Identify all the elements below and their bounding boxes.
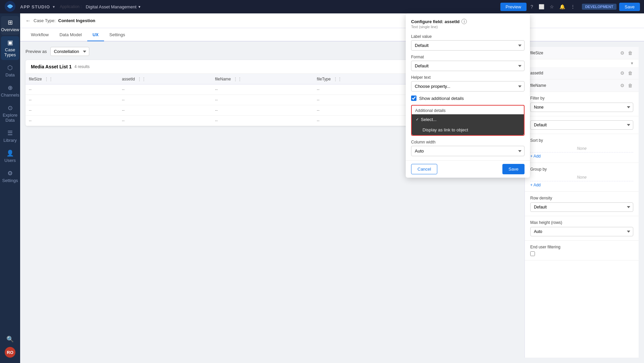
row-density-select[interactable]: Default — [530, 202, 633, 212]
application-link[interactable]: Digital Asset Management ▼ — [86, 4, 141, 9]
row-density-label: Row density — [530, 196, 633, 200]
end-user-filtering-checkbox[interactable] — [530, 251, 535, 256]
window-icon[interactable]: ⬜ — [537, 3, 546, 11]
filter-by-label: Filter by — [530, 96, 633, 101]
sort-by-label: Sort by — [530, 138, 633, 143]
filter-by-select[interactable]: None — [530, 103, 633, 112]
column-width-label: Column width — [411, 140, 525, 144]
settings-icon[interactable]: ☆ — [548, 3, 555, 11]
sidebar-item-label-library: Library — [3, 138, 17, 143]
sidebar-item-settings[interactable]: ⚙ Settings — [1, 167, 19, 186]
sidebar-item-users[interactable]: 👤 Users — [1, 147, 19, 166]
breadcrumb-bar: ← Case Type: Content Ingestion — [20, 13, 644, 28]
add-group-button[interactable]: + Add — [530, 183, 633, 187]
sidebar-item-channels[interactable]: ⊕ Channels — [1, 81, 19, 100]
save-button-top[interactable]: Save — [619, 3, 640, 11]
notifications-icon[interactable]: 🔔 — [558, 3, 566, 11]
tab-settings[interactable]: Settings — [104, 29, 131, 41]
show-additional-details-checkbox[interactable] — [411, 96, 416, 101]
tab-workflow[interactable]: Workflow — [26, 29, 54, 41]
config-filename-btn[interactable]: ⚙ — [620, 82, 625, 89]
col-filetype: fileType ⋮⋮ — [313, 74, 409, 84]
dialog-header: Configure field: assetId i Text (single … — [406, 13, 530, 30]
config-filesize-btn[interactable]: ⚙ — [620, 50, 625, 56]
sidebar-avatar[interactable]: RO — [5, 347, 15, 358]
frp-end-user-filtering-section: End user filtering — [525, 241, 639, 260]
end-user-filtering-row — [530, 251, 633, 256]
frp-col-filename: fileName ⚙ 🗑 — [525, 79, 639, 92]
sidebar-search[interactable]: 🔍 — [1, 333, 19, 346]
case-type-label: Case Type: — [34, 18, 56, 23]
delete-filename-btn[interactable]: 🗑 — [627, 82, 633, 89]
sidebar-item-overview[interactable]: ⊞ Overview — [1, 16, 19, 35]
max-height-label: Max height (rows) — [530, 220, 633, 225]
help-icon[interactable]: ? — [529, 3, 535, 11]
preview-as-label: Preview as — [26, 49, 47, 54]
col-drag-icon[interactable]: ⋮⋮ — [137, 76, 146, 81]
additional-details-label: Additional details — [412, 106, 524, 114]
dev-badge: DEVELOPMENT — [582, 4, 617, 10]
frp-col-filesize: fileSize ⚙ 🗑 — [525, 47, 639, 59]
info-icon[interactable]: i — [461, 19, 467, 24]
config-assetid-btn[interactable]: ⚙ — [620, 70, 625, 76]
frp-col-assetid: assetId ⚙ 🗑 — [525, 67, 639, 79]
save-button-dialog[interactable]: Save — [502, 164, 525, 174]
col-drag-icon[interactable]: ⋮⋮ — [233, 76, 242, 81]
dialog-body: Label value Default Format Default Helpe… — [406, 30, 530, 160]
format-label: Format — [411, 55, 525, 59]
frp-filter-by-section: Filter by None — [525, 92, 639, 116]
library-icon: ☰ — [7, 129, 13, 137]
helper-text-select[interactable]: Choose property... — [411, 81, 525, 92]
col-filesize: fileSize ⋮⋮ — [26, 74, 118, 84]
frp-group-by-section: Group by None + Add — [525, 163, 639, 192]
frp-chevron-row: ▾ — [525, 59, 639, 67]
column-width-select[interactable]: Auto — [411, 146, 525, 156]
additional-details-dropdown: ✓ Select... Display as link to object — [412, 114, 524, 135]
col-drag-icon[interactable]: ⋮⋮ — [333, 76, 342, 81]
format-select[interactable]: Default — [411, 61, 525, 71]
overview-icon: ⊞ — [8, 19, 13, 26]
preview-select[interactable]: Constellation Standard — [50, 47, 89, 56]
sidebar-item-library[interactable]: ☰ Library — [1, 127, 19, 145]
more-icon[interactable]: ⋮ — [569, 3, 577, 11]
content-area: Preview as Constellation Standard Media … — [20, 42, 644, 363]
delete-filesize-btn[interactable]: 🗑 — [627, 50, 633, 56]
settings-gear-icon: ⚙ — [7, 170, 13, 177]
search-icon: 🔍 — [6, 336, 14, 343]
back-button[interactable]: ← — [26, 18, 31, 24]
tab-ux[interactable]: UX — [87, 29, 104, 41]
delete-assetid-btn[interactable]: 🗑 — [627, 70, 633, 76]
label-value-group: Label value Default — [411, 34, 525, 51]
data-icon: ⬡ — [7, 64, 13, 71]
cancel-button[interactable]: Cancel — [411, 164, 437, 174]
dropdown-option-display-link[interactable]: Display as link to object — [412, 125, 524, 135]
max-height-select[interactable]: Auto — [530, 227, 633, 236]
preview-button[interactable]: Preview — [500, 3, 527, 11]
sidebar-item-label-overview: Overview — [1, 27, 19, 32]
helper-text-label: Helper text — [411, 75, 525, 80]
dropdown-option-select[interactable]: ✓ Select... — [412, 114, 524, 125]
avatar-initials: RO — [7, 350, 13, 355]
frp-sort-by-section: Sort by None + Add — [525, 134, 639, 163]
dialog-title: Configure field: assetId i — [411, 19, 525, 24]
chevron-icon: ▼ — [52, 5, 56, 9]
label-value-select[interactable]: Default — [411, 40, 525, 51]
default-select[interactable]: Default — [530, 120, 633, 130]
sidebar-item-label-case-types: Case Types — [2, 47, 18, 57]
col-drag-icon[interactable]: ⋮⋮ — [44, 76, 53, 81]
col-assetid: assetId ⋮⋮ — [118, 74, 211, 84]
sidebar-item-case-types[interactable]: ▣ Case Types — [1, 36, 19, 60]
sidebar-item-label-explore-data: Explore Data — [2, 113, 18, 123]
sidebar-item-explore-data[interactable]: ⊙ Explore Data — [1, 102, 19, 125]
additional-details-section: Additional details ✓ Select... Display a… — [411, 105, 525, 136]
group-none: None — [530, 174, 633, 181]
frp-max-height-section: Max height (rows) Auto — [525, 216, 639, 241]
table-title: Media Asset List 1 — [31, 64, 72, 69]
dialog-footer: Cancel Save — [406, 160, 530, 178]
add-sort-button[interactable]: + Add — [530, 154, 633, 159]
tab-data-model[interactable]: Data Model — [54, 29, 87, 41]
sidebar-item-data[interactable]: ⬡ Data — [1, 61, 19, 80]
app-prefix: Application : — [60, 4, 82, 9]
group-by-label: Group by — [530, 167, 633, 172]
format-group: Format Default — [411, 55, 525, 71]
